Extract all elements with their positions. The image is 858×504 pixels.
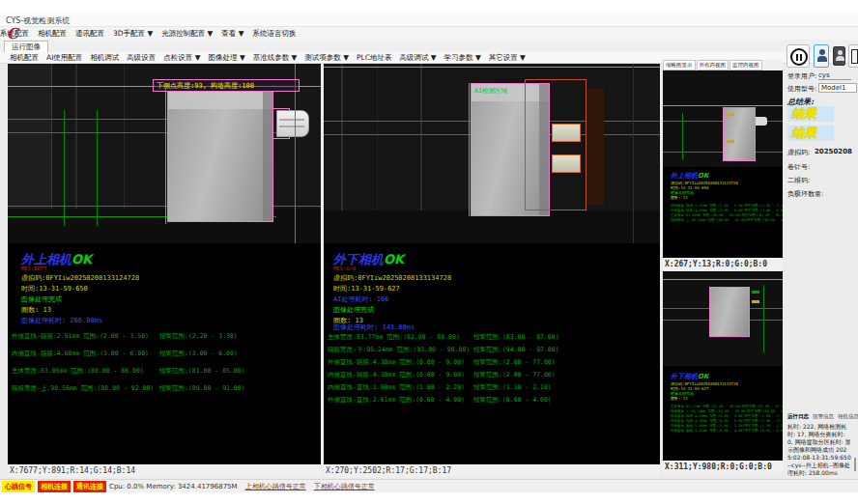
menu-comm-config[interactable]: 通讯配置 bbox=[75, 29, 104, 39]
tool-spot-check[interactable]: 点检设置 ▼ bbox=[163, 53, 200, 63]
log-scrollbar[interactable] bbox=[854, 458, 856, 471]
connector-part bbox=[276, 110, 309, 137]
menu-camera-config[interactable]: 相机配置 bbox=[38, 29, 67, 39]
connector-part bbox=[756, 117, 767, 126]
exit-button[interactable] bbox=[848, 44, 858, 68]
tool-test-params[interactable]: 测试项参数 ▼ bbox=[304, 53, 349, 63]
measure-line-vertical bbox=[97, 110, 98, 226]
virtual-code-line: 虚拟码:0FYIiw20250208133134728 bbox=[333, 273, 451, 283]
time-line: 时间:13-31-59-627 bbox=[333, 284, 400, 294]
tool-advanced-debug[interactable]: 高级调试 ▼ bbox=[399, 53, 436, 63]
mini-top-image bbox=[663, 70, 783, 167]
mini-top-pixel-coords: X:267;Y:13;R:0;G:0;B:0 bbox=[663, 258, 783, 270]
mini-tab-monitor-views[interactable]: 监控内视图 bbox=[729, 60, 762, 70]
result-badge-bottom: 结果 bbox=[787, 126, 834, 141]
menu-3d-config[interactable]: 3D手配置 ▼ bbox=[113, 29, 153, 39]
reference-line-yellow bbox=[663, 105, 783, 106]
pause-icon bbox=[790, 48, 808, 66]
result-badge-top: 结果 bbox=[787, 106, 834, 122]
alarm-range-text: 报警范围:(83.00 - 87.00) bbox=[473, 333, 559, 342]
measure-line bbox=[8, 206, 321, 207]
menu-language-switch[interactable]: 系统语言切换 bbox=[253, 29, 297, 39]
right-pixel-coords: X:270;Y:2502;R:17;G:17;B:17 bbox=[324, 464, 660, 477]
cell-region bbox=[709, 287, 750, 337]
measure-line-vertical bbox=[763, 285, 764, 352]
camera-link-status-badge: 相机连接 bbox=[38, 481, 71, 492]
mini-tab-thumbnail[interactable]: 缩略图显示 bbox=[663, 60, 696, 70]
camera-name: 外下相机 bbox=[671, 373, 698, 380]
mini-bottom-camera-panel: 外下相机OK 虚拟码:0FYIiw20250208133134728 时间:13… bbox=[663, 271, 783, 461]
measurement-text: 隔膜宽度-下:95.24mm 范围:(93.00 - 98.00) bbox=[328, 346, 470, 354]
operator-button[interactable] bbox=[814, 44, 829, 68]
mini-bottom-text: 外下相机OK 虚拟码:0FYIiw20250208133134728 时间:13… bbox=[671, 372, 779, 434]
machine-edge bbox=[633, 64, 634, 243]
ai-elapsed-line: AI处理耗时: 166 bbox=[333, 294, 389, 304]
model-select[interactable]: Model1 bbox=[818, 83, 857, 93]
right-camera-panel: AI检测区域 外下相机OK MES:0/0 虚拟码:0FYIiw20250208… bbox=[324, 64, 660, 464]
mini-top-text: 外上相机OK 虚拟码:0FYIiw20250208133124728 时间:13… bbox=[671, 171, 779, 223]
bottom-camera-heartbeat-status: 下相机心跳信号正常 bbox=[314, 482, 375, 491]
process-done-line: 图像处理完成 bbox=[21, 294, 62, 304]
menu-view[interactable]: 查看 ▼ bbox=[221, 29, 243, 39]
left-camera-panel: 下侧点高度:93, 构造高度:100 外上相机OK MES:B0TT 虚拟码:0… bbox=[8, 64, 321, 464]
measure-line bbox=[8, 119, 168, 120]
cell-highlight bbox=[168, 92, 272, 109]
alarm-range-text: 报警范围:(2.00 - 77.00) bbox=[473, 371, 556, 379]
tool-advanced-settings[interactable]: 高级设置 bbox=[127, 53, 156, 63]
detected-feature bbox=[552, 154, 581, 173]
measurement-text: 内侧直线-隔膜:4.38mm 范围:(0.00 - 9.00) bbox=[328, 371, 465, 379]
camera-name: 外上相机 bbox=[671, 172, 698, 180]
log-tab-alarm[interactable]: 报警信息 bbox=[813, 413, 834, 420]
admin-button[interactable] bbox=[833, 46, 845, 66]
window-titlebar: CYS-视觉检测系统 bbox=[0, 14, 858, 27]
virtual-code-value: 20250208 bbox=[815, 148, 852, 155]
log-tab-run[interactable]: 运行日志 bbox=[787, 413, 809, 420]
tool-camera-config[interactable]: 相机配置 bbox=[10, 53, 39, 63]
pin-number-label: 卷针号: bbox=[787, 162, 810, 172]
camera-status-ok: OK bbox=[698, 373, 708, 380]
mini-bottom-image bbox=[663, 271, 783, 366]
tool-plc-address[interactable]: PLC地址表 bbox=[357, 53, 391, 63]
person-icon bbox=[838, 50, 843, 55]
measurement-text: 内侧直线-直线:1.90mm 范围:(1.00 - 2.20) bbox=[328, 383, 465, 392]
comm-link-status-badge: 通讯连接 bbox=[73, 481, 106, 492]
tab-strip: 运行图像 bbox=[0, 40, 858, 53]
camera-status-ok: OK bbox=[72, 252, 92, 266]
time-line: 时间:13-31-59-650 bbox=[21, 284, 88, 294]
tool-learning-params[interactable]: 学习参数 ▼ bbox=[444, 53, 481, 63]
left-pixel-coords: X:7677;Y:891;R:14;G:14;B:14 bbox=[8, 464, 321, 477]
measurement-text: 隔膜宽度-上:90.56mm 范围:(88.00 - 92.00) bbox=[12, 384, 154, 393]
alarm-range-text: 报警范围:(2.00 - 77.00) bbox=[473, 358, 556, 367]
qr-code-label: 二维码: bbox=[787, 176, 810, 185]
virtual-code-label: 虚拟码: bbox=[787, 148, 810, 157]
login-user-label: 登录用户: bbox=[787, 71, 816, 81]
alarm-range-text: 报警范围:(94.00 - 97.00) bbox=[473, 346, 559, 354]
roi-edge-purple bbox=[165, 89, 166, 224]
log-tab-camera[interactable]: 相机信息 bbox=[838, 413, 858, 420]
heartbeat-status-badge: 心跳信号 bbox=[2, 481, 35, 492]
mini-tab-all-views[interactable]: 所有内视图 bbox=[697, 60, 729, 70]
alarm-range-text: 报警范围:(3.00 - 6.00) bbox=[159, 350, 238, 358]
tool-baseline-params[interactable]: 基准线参数 ▼ bbox=[253, 53, 298, 63]
mini-bottom-pixel-coords: X:311;Y:980;R:0;G:0;B:0 bbox=[663, 461, 783, 473]
cell-shadow bbox=[263, 92, 272, 221]
tool-ai-usage-config[interactable]: AI使用配置 bbox=[46, 53, 82, 63]
app-window: CYS-视觉检测系统 C 系统配置 相机配置 通讯配置 3D手配置 ▼ 光源控制… bbox=[0, 0, 858, 504]
menu-light-config[interactable]: 光源控制配置 ▼ bbox=[161, 29, 213, 39]
login-user-value[interactable]: cys bbox=[818, 71, 851, 80]
tool-camera-debug[interactable]: 相机调试 bbox=[90, 53, 119, 63]
tool-other-settings[interactable]: 其它设置 ▼ bbox=[489, 53, 526, 63]
measurement-text: 外侧直线-隔膜:2.91mm 范围:(2.00 - 3.50) bbox=[12, 332, 149, 341]
pause-button[interactable] bbox=[786, 44, 810, 68]
window-title: CYS-视觉检测系统 bbox=[6, 16, 70, 25]
mes-label: MES:B0TT bbox=[21, 266, 47, 271]
mini-view-tabs: 缩略图显示 所有内视图 监控内视图 bbox=[663, 60, 783, 70]
mes-label: MES:0/0 bbox=[333, 266, 356, 271]
model-label: 使用型号: bbox=[787, 84, 816, 94]
person-icon bbox=[819, 49, 825, 55]
roi-edge-purple bbox=[469, 83, 470, 216]
measurement-row: 外侧直线-直线:2.61mm 范围:(0.60 - 4.00)报警范围:(0.6… bbox=[671, 429, 779, 434]
tool-image-processing[interactable]: 图像处理 ▼ bbox=[209, 53, 245, 63]
run-log-text: 耗时: 222, 网络检测耗时: 17, 网络分类耗时: 0, 网络提取分区耗时… bbox=[787, 423, 851, 481]
alarm-range-text: 报警范围:(1.10 - 2.10) bbox=[473, 383, 552, 392]
